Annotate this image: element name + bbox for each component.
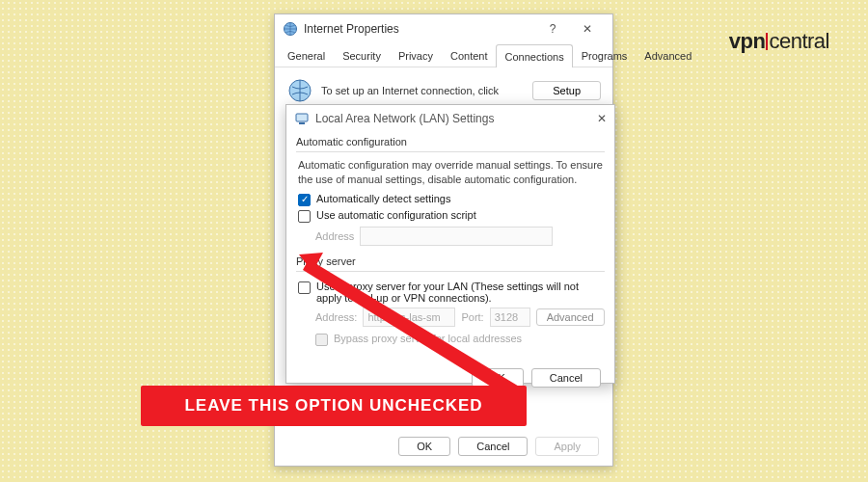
window-title: Internet Properties (304, 22, 399, 36)
tab-content[interactable]: Content (442, 43, 497, 67)
tab-security[interactable]: Security (334, 43, 390, 67)
annotation-callout: LEAVE THIS OPTION UNCHECKED (141, 386, 527, 426)
proxy-advanced-button[interactable]: Advanced (536, 308, 605, 326)
auto-detect-label: Automatically detect settings (316, 193, 450, 204)
setup-button[interactable]: Setup (532, 81, 601, 100)
globe-wizard-icon (286, 77, 313, 104)
auto-config-group: Automatic configuration Automatic config… (296, 136, 605, 248)
brand-prefix: vpn (729, 29, 766, 53)
bypass-label: Bypass proxy server for local addresses (334, 333, 522, 344)
tab-connections[interactable]: Connections (496, 44, 572, 67)
tab-programs[interactable]: Programs (573, 43, 637, 67)
lan-titlebar: Local Area Network (LAN) Settings ✕ (286, 105, 614, 132)
parent-footer: OK Cancel Apply (398, 437, 599, 456)
tab-privacy[interactable]: Privacy (390, 43, 442, 67)
script-address-label: Address (315, 230, 354, 242)
lan-ok-button[interactable]: OK (472, 368, 524, 388)
proxy-group: Proxy server Use a proxy server for your… (296, 255, 605, 351)
proxy-port-input (490, 308, 530, 327)
setup-row: To set up an Internet connection, click … (286, 77, 601, 104)
auto-config-title: Automatic configuration (296, 136, 605, 147)
lan-settings-dialog: Local Area Network (LAN) Settings ✕ Auto… (285, 104, 615, 384)
brand-logo: vpncentral (729, 29, 829, 54)
brand-suffix: central (769, 29, 829, 53)
proxy-title: Proxy server (296, 255, 605, 267)
titlebar: Internet Properties ? ✕ (275, 14, 612, 43)
annotation-text: LEAVE THIS OPTION UNCHECKED (184, 396, 482, 415)
lan-title: Local Area Network (LAN) Settings (315, 112, 494, 125)
tab-strip: General Security Privacy Content Connect… (275, 43, 612, 67)
lan-close-button[interactable]: ✕ (597, 112, 607, 125)
lan-icon (294, 111, 310, 126)
proxy-address-label: Address: (315, 311, 357, 323)
bypass-checkbox (315, 334, 328, 346)
use-proxy-label: Use a proxy server for your LAN (These s… (316, 281, 603, 304)
tab-general[interactable]: General (279, 43, 334, 67)
script-address-input (360, 227, 553, 246)
auto-script-label: Use automatic configuration script (316, 209, 476, 221)
parent-apply-button[interactable]: Apply (535, 437, 599, 456)
help-button[interactable]: ? (535, 17, 570, 40)
proxy-port-label: Port: (461, 311, 483, 323)
svg-rect-3 (299, 122, 305, 124)
proxy-address-input (363, 308, 455, 327)
parent-ok-button[interactable]: OK (398, 437, 450, 456)
parent-cancel-button[interactable]: Cancel (458, 437, 528, 456)
auto-script-checkbox[interactable] (298, 210, 311, 223)
close-button[interactable]: ✕ (570, 17, 605, 40)
svg-rect-2 (296, 114, 308, 121)
setup-text: To set up an Internet connection, click (321, 85, 499, 96)
auto-config-desc: Automatic configuration may override man… (298, 158, 603, 187)
use-proxy-checkbox[interactable] (298, 281, 311, 294)
auto-detect-checkbox[interactable] (298, 194, 311, 206)
lan-cancel-button[interactable]: Cancel (531, 368, 601, 388)
internet-options-icon (283, 21, 298, 37)
tab-advanced[interactable]: Advanced (636, 43, 700, 67)
